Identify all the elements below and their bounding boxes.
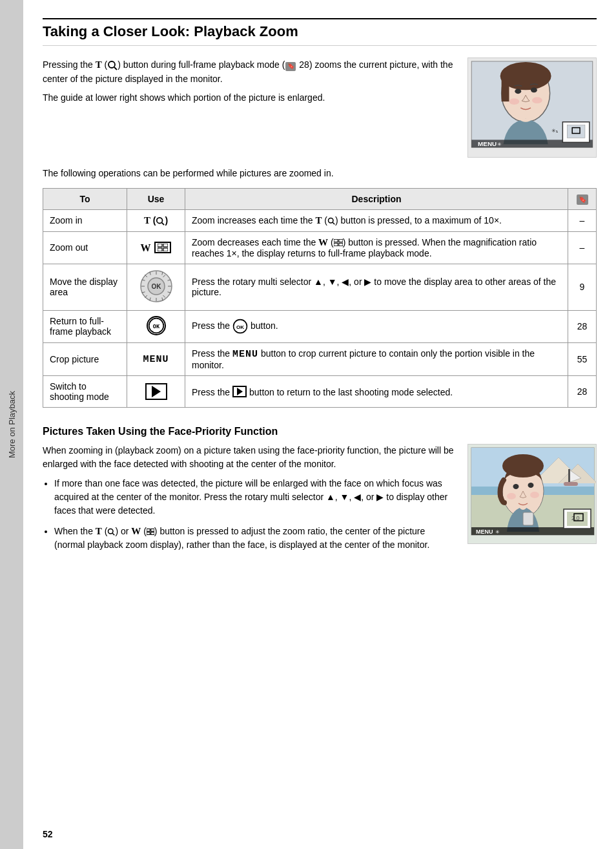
table-row: Zoom out W Zoom decreases each time the … — [43, 231, 597, 264]
row-zoom-in-use: T () — [127, 209, 185, 231]
svg-rect-25 — [163, 248, 168, 251]
sidebar-label: More on Playback — [7, 391, 17, 458]
row-zoom-out-label: Zoom out — [43, 231, 127, 264]
svg-rect-23 — [163, 244, 168, 247]
row-move-ref: 9 — [568, 264, 597, 310]
svg-line-1 — [114, 67, 117, 70]
svg-point-0 — [108, 61, 115, 68]
row-switch-use — [127, 375, 185, 407]
svg-rect-63 — [564, 482, 578, 486]
table-header-to: To — [43, 189, 127, 210]
row-return-use: OK — [127, 310, 185, 342]
svg-rect-62 — [568, 469, 570, 483]
intro-section: Pressing the T () button during full-fra… — [43, 58, 597, 158]
face-priority-section: Pictures Taken Using the Face-Priority F… — [43, 426, 597, 559]
camera-display-image: MENU ✳ ✳₁ — [467, 58, 597, 158]
svg-text:OK: OK — [236, 324, 244, 330]
svg-rect-6 — [502, 76, 509, 101]
row-move-desc: Press the rotary multi selector ▲, ▼, ◀,… — [185, 264, 568, 310]
svg-line-21 — [333, 222, 334, 224]
svg-point-18 — [157, 218, 163, 224]
svg-rect-56 — [151, 529, 154, 532]
row-switch-desc: Press the button to return to the last s… — [185, 375, 568, 407]
operations-intro-text: The following operations can be performe… — [43, 167, 597, 180]
table-header-ref: 🔖 — [568, 189, 597, 210]
row-zoom-out-use: W — [127, 231, 185, 264]
intro-text: Pressing the T () button during full-fra… — [43, 58, 455, 158]
face-priority-title: Pictures Taken Using the Face-Priority F… — [43, 426, 597, 437]
row-zoom-in-desc: Zoom increases each time the T () button… — [185, 209, 568, 231]
svg-rect-24 — [158, 248, 162, 251]
row-return-label: Return to full-frame playback — [43, 310, 127, 342]
row-return-desc: Press the OK button. — [185, 310, 568, 342]
page-title: Taking a Closer Look: Playback Zoom — [43, 23, 597, 40]
row-crop-ref: 55 — [568, 342, 597, 375]
svg-point-70 — [507, 493, 516, 499]
face-priority-image: MENU ✳ 2.0 — [467, 444, 597, 544]
face-priority-paragraph: When zooming in (playback zoom) on a pic… — [43, 444, 455, 472]
svg-text:MENU: MENU — [478, 140, 497, 147]
row-crop-desc: Press the MENU button to crop current pi… — [185, 342, 568, 375]
svg-line-54 — [113, 533, 115, 535]
svg-point-69 — [528, 483, 534, 488]
svg-text:OK: OK — [151, 283, 161, 290]
face-priority-text: When zooming in (playback zoom) on a pic… — [43, 444, 455, 559]
svg-text:MENU: MENU — [476, 529, 493, 535]
row-zoom-out-ref: – — [568, 231, 597, 264]
svg-point-71 — [530, 492, 539, 498]
main-content: Taking a Closer Look: Playback Zoom Pres… — [23, 0, 616, 849]
table-row: Switch to shooting mode Press the button… — [43, 375, 597, 407]
table-header-use: Use — [127, 189, 185, 210]
svg-point-53 — [108, 529, 114, 534]
sidebar: More on Playback — [0, 0, 23, 849]
row-zoom-in-ref: – — [568, 209, 597, 231]
intro-paragraph-1: Pressing the T () button during full-fra… — [43, 58, 455, 86]
svg-rect-22 — [158, 244, 162, 247]
svg-text:✳₁: ✳₁ — [551, 128, 558, 134]
svg-point-7 — [515, 89, 521, 94]
svg-line-19 — [162, 222, 165, 225]
svg-point-8 — [531, 87, 537, 92]
row-switch-label: Switch to shooting mode — [43, 375, 127, 407]
inline-play-icon — [232, 386, 247, 397]
svg-point-68 — [513, 484, 519, 489]
table-row: Crop picture MENU Press the MENU button … — [43, 342, 597, 375]
ok-button-icon: OK — [147, 316, 166, 335]
svg-rect-15 — [567, 125, 585, 138]
svg-text:✳: ✳ — [497, 142, 502, 147]
svg-rect-57 — [147, 532, 150, 535]
table-row: Return to full-frame playback OK Press t… — [43, 310, 597, 342]
face-priority-bullet-2: When the T () or W () button is pressed … — [54, 524, 455, 552]
row-crop-label: Crop picture — [43, 342, 127, 375]
svg-rect-55 — [147, 529, 150, 532]
table-header-description: Description — [185, 189, 568, 210]
row-return-ref: 28 — [568, 310, 597, 342]
table-row: Zoom in T () Zoom increases each time th… — [43, 209, 597, 231]
svg-point-20 — [329, 218, 334, 223]
row-move-use: OK — [127, 264, 185, 310]
svg-point-10 — [532, 97, 542, 103]
table-row: Move the display area — [43, 264, 597, 310]
svg-text:✳: ✳ — [495, 529, 500, 535]
row-switch-ref: 28 — [568, 375, 597, 407]
play-button-icon — [145, 383, 167, 400]
svg-point-9 — [509, 98, 519, 105]
svg-rect-29 — [339, 244, 343, 246]
face-priority-content: When zooming in (playback zoom) on a pic… — [43, 444, 597, 559]
face-priority-list: If more than one face was detected, the … — [43, 477, 455, 552]
title-bar: Taking a Closer Look: Playback Zoom — [43, 18, 597, 46]
row-move-label: Move the display area — [43, 264, 127, 310]
menu-icon: MENU — [143, 354, 169, 365]
svg-rect-72 — [523, 512, 533, 525]
face-priority-bullet-1: If more than one face was detected, the … — [54, 477, 455, 518]
row-zoom-in-label: Zoom in — [43, 209, 127, 231]
svg-rect-26 — [334, 240, 338, 242]
page-number: 52 — [43, 829, 53, 839]
svg-rect-27 — [339, 240, 343, 242]
svg-rect-58 — [151, 532, 154, 535]
svg-rect-28 — [334, 244, 338, 246]
operations-table: To Use Description 🔖 Zoom in T () Zoo — [43, 188, 597, 408]
svg-text:OK: OK — [152, 323, 159, 330]
row-zoom-out-desc: Zoom decreases each time the W () button… — [185, 231, 568, 264]
play-triangle-icon — [152, 386, 161, 397]
